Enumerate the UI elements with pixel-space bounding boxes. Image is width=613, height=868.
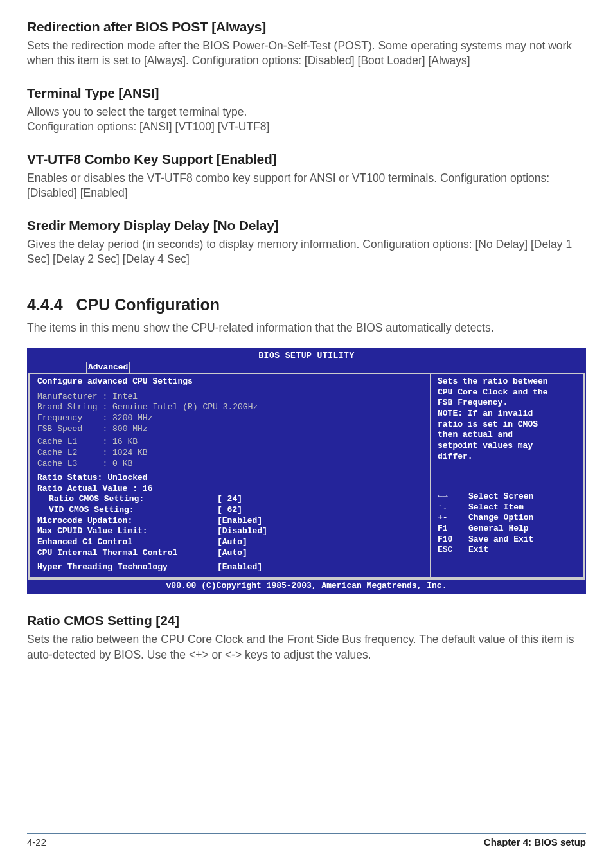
- bios-opt-thermal[interactable]: CPU Internal Thermal Control[Auto]: [37, 548, 422, 559]
- text-redirection: Sets the redirection mode after the BIOS…: [27, 39, 586, 69]
- bios-frequency: Frequency : 3200 MHz: [37, 413, 422, 424]
- bios-fsb: FSB Speed : 800 MHz: [37, 424, 422, 435]
- text-sredir: Gives the delay period (in seconds) to d…: [27, 237, 586, 267]
- page-number: 4-22: [27, 837, 46, 847]
- section-title: 4.4.4 CPU Configuration: [27, 296, 586, 314]
- bios-screenshot: BIOS SETUP UTILITY Advanced Configure ad…: [27, 348, 586, 594]
- text-ratio-cmos: Sets the ratio between the CPU Core Cloc…: [27, 632, 586, 662]
- bios-nav-save-exit: F10Save and Exit: [438, 535, 578, 545]
- section-intro: The items in this menu show the CPU-rela…: [27, 321, 586, 335]
- bios-cache-l3: Cache L3 : 0 KB: [37, 459, 422, 470]
- section-title-text: CPU Configuration: [76, 296, 220, 314]
- bios-opt-max-cpuid[interactable]: Max CPUID Value Limit:[Disabled]: [37, 526, 422, 537]
- bios-nav-change-option: +-Change Option: [438, 513, 578, 524]
- bios-title: BIOS SETUP UTILITY: [28, 350, 585, 362]
- bios-brand: Brand String : Genuine Intel (R) CPU 3.2…: [37, 402, 422, 413]
- text-terminal-type: Allows you to select the target terminal…: [27, 105, 586, 135]
- chapter-label: Chapter 4: BIOS setup: [484, 837, 586, 847]
- bios-tab-row: Advanced: [28, 362, 585, 373]
- bios-manufacturer: Manufacturer : Intel: [37, 392, 422, 403]
- bios-nav-select-item: ↑↓Select Item: [438, 502, 578, 513]
- heading-ratio-cmos: Ratio CMOS Setting [24]: [27, 613, 586, 628]
- bios-copyright: v00.00 (C)Copyright 1985-2003, American …: [28, 578, 585, 593]
- bios-nav-general-help: F1General Help: [438, 524, 578, 535]
- heading-terminal-type: Terminal Type [ANSI]: [27, 85, 586, 101]
- bios-ratio-status: Ratio Status: Unlocked: [37, 473, 422, 484]
- section-number: 4.4.4: [27, 296, 63, 314]
- bios-left-panel: Configure advanced CPU Settings Manufact…: [28, 373, 431, 578]
- bios-nav-select-screen: ←→Select Screen: [438, 492, 578, 502]
- bios-opt-vid-cmos[interactable]: VID CMOS Setting:[ 62]: [37, 505, 422, 516]
- bios-help-text: Sets the ratio between CPU Core Clock an…: [438, 376, 578, 462]
- heading-vtutf8: VT-UTF8 Combo Key Support [Enabled]: [27, 152, 586, 167]
- bios-tab-advanced[interactable]: Advanced: [86, 362, 130, 373]
- heading-redirection: Redirection after BIOS POST [Always]: [27, 19, 586, 35]
- bios-cache-l1: Cache L1 : 16 KB: [37, 437, 422, 448]
- bios-nav-exit: ESCExit: [438, 545, 578, 556]
- text-vtutf8: Enables or disables the VT-UTF8 combo ke…: [27, 171, 586, 201]
- bios-opt-ratio-cmos[interactable]: Ratio CMOS Setting:[ 24]: [37, 494, 422, 505]
- heading-sredir: Sredir Memory Display Delay [No Delay]: [27, 218, 586, 233]
- bios-right-panel: Sets the ratio between CPU Core Clock an…: [431, 373, 585, 578]
- bios-opt-hyperthreading[interactable]: Hyper Threading Technology[Enabled]: [37, 562, 422, 573]
- page-footer: 4-22 Chapter 4: BIOS setup: [27, 833, 586, 847]
- bios-opt-microcode[interactable]: Microcode Updation:[Enabled]: [37, 516, 422, 527]
- bios-cache-l2: Cache L2 : 1024 KB: [37, 448, 422, 459]
- bios-ratio-actual: Ratio Actual Value : 16: [37, 484, 422, 495]
- bios-panel-title: Configure advanced CPU Settings: [37, 376, 422, 387]
- bios-opt-enhanced-c1[interactable]: Enhanced C1 Control[Auto]: [37, 537, 422, 548]
